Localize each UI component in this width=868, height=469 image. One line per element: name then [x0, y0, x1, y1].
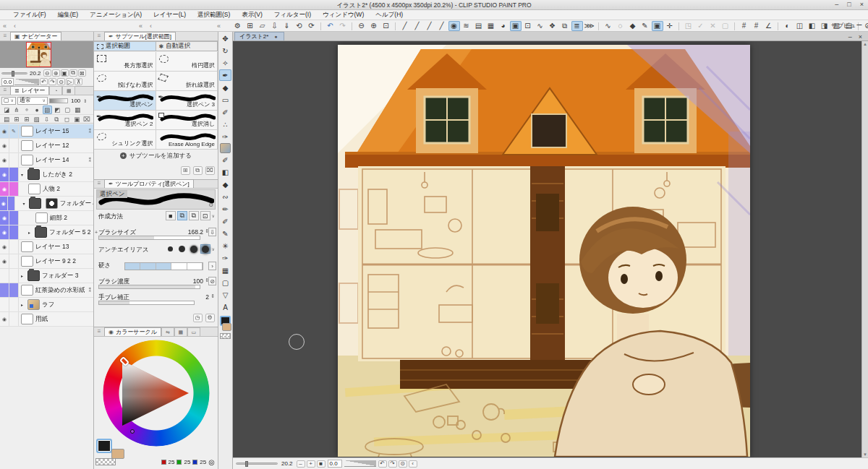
- layer-thumbnail-toggle[interactable]: ▢∨: [1, 97, 16, 105]
- save-selection-icon[interactable]: ⊡: [522, 21, 534, 31]
- layer-edit-pencil-icon[interactable]: [9, 139, 19, 152]
- tab-tool-property[interactable]: ✒ツールプロパティ[選択ペン]: [104, 179, 194, 188]
- layer-row[interactable]: ◉▾したがき 2: [0, 168, 93, 182]
- export-icon[interactable]: ⇓: [281, 21, 293, 31]
- color-wheel[interactable]: [103, 340, 210, 447]
- group-tab-selection[interactable]: 選択範囲: [94, 41, 156, 51]
- tool-settings-wrench-icon[interactable]: ⚙: [232, 21, 244, 31]
- blend-tool-icon[interactable]: ∾: [219, 191, 231, 202]
- pen-small-icon[interactable]: ✎: [639, 21, 651, 31]
- opacity-slider[interactable]: [49, 98, 68, 103]
- menu-item[interactable]: レイヤー(L): [148, 11, 192, 20]
- hard-eraser-icon[interactable]: ◆: [219, 178, 231, 190]
- layer-row[interactable]: ◉▾フォルダー 4 2: [0, 197, 93, 211]
- layer-row[interactable]: ◉▸フォルダー 5 2: [0, 225, 93, 240]
- vertical-scrollbar[interactable]: ▲ ▼: [861, 41, 868, 457]
- curve-tool-icon[interactable]: ∿: [603, 21, 614, 31]
- brush-size-value[interactable]: 168.2: [188, 228, 203, 236]
- tool-property-panel-menu-icon[interactable]: ≡: [94, 179, 104, 188]
- pin-icon[interactable]: ⋔: [12, 106, 22, 114]
- layer-thumbnail[interactable]: [21, 256, 33, 267]
- layer-row[interactable]: ◉レイヤー 14⁑: [0, 153, 93, 168]
- canvas-viewport[interactable]: [233, 41, 861, 457]
- rotate-canvas-icon[interactable]: ↻: [219, 45, 231, 56]
- blend-mode-select[interactable]: 通常∨: [17, 97, 48, 105]
- method-subtract-icon[interactable]: ⧉: [189, 211, 199, 220]
- bucket-tool-icon[interactable]: ◧: [219, 166, 231, 178]
- method-add-icon[interactable]: ⧉: [177, 211, 187, 220]
- nav-zoom-in-icon[interactable]: ⊕: [52, 69, 60, 77]
- tab-layer-search[interactable]: ▦: [62, 86, 75, 95]
- panel-color-icon[interactable]: ◐: [782, 21, 793, 31]
- layer-visibility-eye-icon[interactable]: [0, 283, 9, 297]
- toolstrip-background-swatch[interactable]: [222, 323, 231, 331]
- polygon-icon[interactable]: ◆: [627, 21, 639, 31]
- density-slider[interactable]: [98, 285, 200, 289]
- airbrush-tool-icon[interactable]: ∴: [219, 119, 231, 130]
- tab-color-circle[interactable]: ◉カラーサークル: [104, 327, 161, 336]
- subview-panel-header[interactable]: «サブビュー: [823, 22, 862, 30]
- aa-strong-icon[interactable]: [200, 244, 210, 254]
- folder-thumbnail[interactable]: [29, 198, 41, 209]
- layer-visibility-eye-icon[interactable]: ◉: [0, 139, 9, 152]
- collapse-tool-column[interactable]: «: [217, 20, 221, 32]
- lock-layer-icon[interactable]: ●: [33, 106, 42, 114]
- folder-expander-icon[interactable]: ▸: [19, 273, 25, 278]
- new-vector-layer-icon[interactable]: ⊞: [22, 115, 31, 124]
- menu-item[interactable]: アニメーション(A): [84, 11, 148, 20]
- layer-edit-pencil-icon[interactable]: [9, 298, 19, 311]
- layer-edit-pencil-icon[interactable]: [9, 182, 19, 196]
- wave-ruler-icon[interactable]: ≋: [461, 21, 472, 31]
- vector-snap-icon[interactable]: ╱: [424, 21, 435, 31]
- subtool-item[interactable]: 折れ線選択: [156, 72, 218, 91]
- folder-expander-icon[interactable]: ▾: [19, 172, 25, 177]
- folder-expander-icon[interactable]: ▾: [21, 201, 26, 206]
- navigator-thumbnail[interactable]: [26, 42, 51, 67]
- add-subtool-icon[interactable]: ⊞: [181, 166, 190, 175]
- menu-item[interactable]: ファイル(F): [7, 11, 52, 20]
- menu-item[interactable]: フィルター(I): [268, 11, 317, 20]
- aa-middle-icon[interactable]: [189, 244, 199, 254]
- layer-edit-pencil-icon[interactable]: [9, 211, 19, 225]
- subtool-item[interactable]: 楕円選択: [156, 52, 218, 72]
- layer-row[interactable]: ▸ラフ: [0, 298, 93, 312]
- create-mask-icon[interactable]: ◻: [62, 115, 72, 124]
- layer-row[interactable]: ◉レイヤー 13: [0, 240, 93, 254]
- status-zoom-slider[interactable]: [236, 462, 278, 465]
- method-multiply-icon[interactable]: ⊡: [200, 211, 210, 220]
- straight-line-2-icon[interactable]: ╱: [412, 21, 423, 31]
- new-folder-icon[interactable]: ▧: [32, 115, 41, 124]
- layer-color-chip-icon[interactable]: ▦: [73, 106, 82, 114]
- color-set-tab-icon[interactable]: ▦: [174, 327, 187, 336]
- undo-icon[interactable]: ↶: [325, 21, 336, 31]
- scroll-down-icon[interactable]: ▼: [862, 452, 868, 457]
- nav-zoom-out-icon[interactable]: ⊖: [43, 69, 51, 77]
- subtool-item[interactable]: シュリンク選択: [94, 130, 156, 150]
- foreground-color-swatch[interactable]: [96, 439, 112, 453]
- subtool-item[interactable]: ✒選択ペン 3: [156, 91, 218, 111]
- nav-flip-vertical-icon[interactable]: ⊼: [75, 78, 82, 85]
- navigator-zoom-slider[interactable]: [1, 72, 27, 74]
- group-tab-auto-select[interactable]: ✱ 自動選択: [156, 41, 218, 51]
- status-rotate-reset-icon[interactable]: ⊙: [399, 460, 407, 468]
- color-slider-tab-icon[interactable]: ⇋: [161, 327, 174, 336]
- status-rotation-slider[interactable]: [344, 460, 376, 467]
- layer-thumbnail[interactable]: [21, 314, 33, 324]
- list-view-icon[interactable]: ▤: [2, 115, 12, 124]
- stop-icon[interactable]: ▢: [720, 21, 731, 31]
- subtool-item[interactable]: 投げなわ選択: [94, 72, 156, 91]
- lock-alpha-icon[interactable]: ▨: [43, 106, 52, 114]
- hand-tool-icon[interactable]: ✥: [219, 33, 231, 44]
- add-subtool-button[interactable]: +サブツールを追加する: [94, 152, 218, 160]
- save-icon[interactable]: ⇩: [269, 21, 281, 31]
- method-dropdown-icon[interactable]: ∨: [212, 213, 215, 218]
- page-flip-left-icon[interactable]: ⟲: [294, 21, 305, 31]
- collapse-middle-column[interactable]: «‹: [139, 20, 152, 32]
- subtool-panel-menu-icon[interactable]: ≡: [94, 32, 104, 40]
- subtool-item[interactable]: 選択消し: [156, 111, 218, 130]
- fit-to-screen-icon[interactable]: ⊡: [380, 21, 392, 31]
- curve-ruler-icon[interactable]: ∿: [535, 21, 546, 31]
- tab-navigator[interactable]: ▣ナビゲーター: [10, 32, 61, 40]
- cancel-icon[interactable]: ✕: [707, 21, 719, 31]
- panel-swap-icon[interactable]: ◫: [794, 21, 806, 31]
